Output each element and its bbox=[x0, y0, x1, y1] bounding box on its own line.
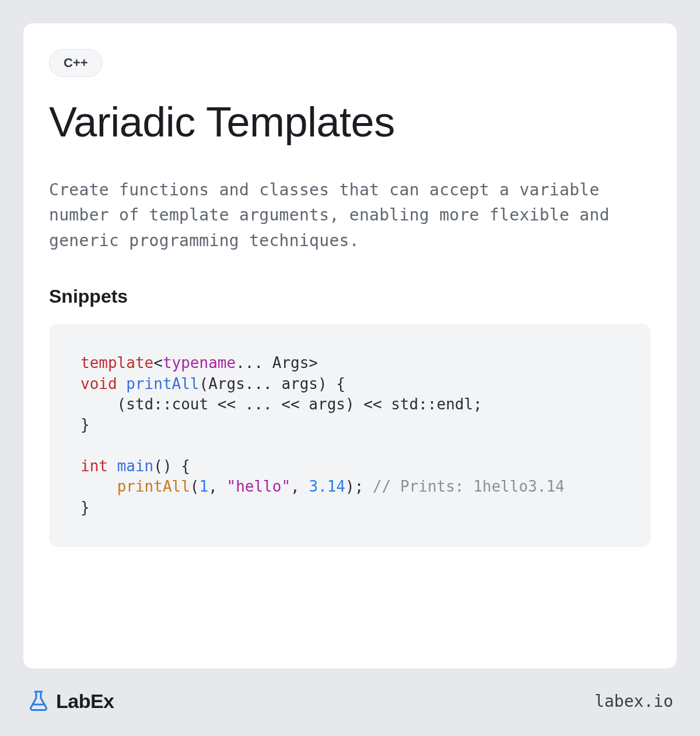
brand-name: LabEx bbox=[56, 690, 114, 713]
flask-icon bbox=[27, 689, 50, 713]
code-snippet: template<typename... Args> void printAll… bbox=[49, 324, 651, 547]
description-text: Create functions and classes that can ac… bbox=[49, 177, 651, 253]
footer: LabEx labex.io bbox=[23, 689, 677, 713]
snippets-heading: Snippets bbox=[49, 286, 651, 307]
language-badge: C++ bbox=[49, 49, 103, 77]
brand-logo: LabEx bbox=[27, 689, 114, 713]
domain-text: labex.io bbox=[594, 692, 673, 711]
content-card: C++ Variadic Templates Create functions … bbox=[23, 23, 677, 668]
page-title: Variadic Templates bbox=[49, 98, 651, 146]
